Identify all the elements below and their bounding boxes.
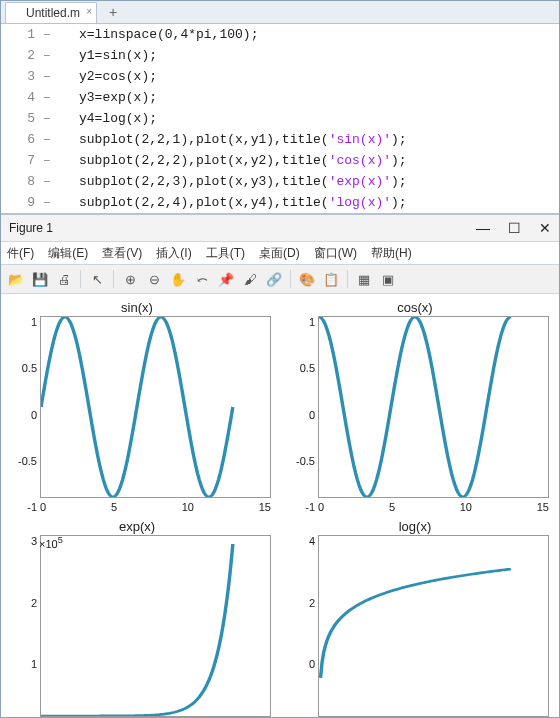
grid-icon[interactable]: ▣ <box>377 268 399 290</box>
code-text: x=linspace(0,4*pi,100); <box>79 24 258 45</box>
menu-item[interactable]: 窗口(W) <box>314 245 357 262</box>
maximize-button[interactable]: ☐ <box>508 220 521 236</box>
line-dash: – <box>37 129 57 150</box>
chart-title: exp(x) <box>3 519 271 535</box>
close-button[interactable]: ✕ <box>539 220 551 236</box>
menu-item[interactable]: 帮助(H) <box>371 245 412 262</box>
menu-item[interactable]: 查看(V) <box>102 245 142 262</box>
line-plot <box>319 317 548 497</box>
plot-area[interactable] <box>318 535 549 717</box>
legend-icon[interactable]: 📋 <box>320 268 342 290</box>
x-axis-ticks: 051015 <box>318 498 549 513</box>
line-dash: – <box>37 66 57 87</box>
code-text: y4=log(x); <box>79 108 157 129</box>
editor-tab-untitled[interactable]: Untitled.m × <box>5 2 97 23</box>
rotate-icon[interactable]: ⤺ <box>191 268 213 290</box>
code-text: subplot(2,2,1),plot(x,y1),title('sin(x)'… <box>79 129 407 150</box>
editor-tab-strip: Untitled.m × + <box>1 1 559 24</box>
y-axis-ticks: 10.50-0.5-1 <box>3 316 40 513</box>
close-icon[interactable]: × <box>86 6 92 17</box>
code-line[interactable]: 1–x=linspace(0,4*pi,100); <box>1 24 559 45</box>
print-icon[interactable]: 🖨 <box>53 268 75 290</box>
line-number: 2 <box>1 45 37 66</box>
zoom-out-icon[interactable]: ⊖ <box>143 268 165 290</box>
line-number: 5 <box>1 108 37 129</box>
code-editor[interactable]: 1–x=linspace(0,4*pi,100);2–y1=sin(x);3–y… <box>1 24 559 214</box>
menu-item[interactable]: 插入(I) <box>156 245 191 262</box>
menu-item[interactable]: 工具(T) <box>206 245 245 262</box>
figure-title: Figure 1 <box>9 221 53 235</box>
line-number: 1 <box>1 24 37 45</box>
code-line[interactable]: 7–subplot(2,2,2),plot(x,y2),title('cos(x… <box>1 150 559 171</box>
subplot-4: log(x)420-2051015 <box>281 519 549 718</box>
figure-titlebar: Figure 1 — ☐ ✕ <box>1 214 559 242</box>
code-text: subplot(2,2,3),plot(x,y3),title('exp(x)'… <box>79 171 407 192</box>
figure-menubar: 件(F)编辑(E)查看(V)插入(I)工具(T)桌面(D)窗口(W)帮助(H) <box>1 242 559 265</box>
code-text: subplot(2,2,4),plot(x,y4),title('log(x)'… <box>79 192 407 213</box>
line-number: 8 <box>1 171 37 192</box>
y-axis-ticks: 3210 <box>3 535 40 718</box>
line-number: 7 <box>1 150 37 171</box>
figure-canvas: sin(x)10.50-0.5-1051015cos(x)10.50-0.5-1… <box>1 294 559 718</box>
code-text: y1=sin(x); <box>79 45 157 66</box>
subplot-2: cos(x)10.50-0.5-1051015 <box>281 300 549 513</box>
line-number: 9 <box>1 192 37 213</box>
code-line[interactable]: 8–subplot(2,2,3),plot(x,y3),title('exp(x… <box>1 171 559 192</box>
window-buttons: — ☐ ✕ <box>476 220 551 236</box>
pan-icon[interactable]: ✋ <box>167 268 189 290</box>
line-number: 3 <box>1 66 37 87</box>
toolbar-separator <box>80 270 81 288</box>
toolbar-separator <box>347 270 348 288</box>
axis-exponent: ×105 <box>39 535 271 547</box>
subplot-1: sin(x)10.50-0.5-1051015 <box>3 300 271 513</box>
screenshot-root: { "editor": { "tab_label": "Untitled.m",… <box>0 0 560 718</box>
figure-toolbar: 📂💾🖨↖⊕⊖✋⤺📌🖌🔗🎨📋▦▣ <box>1 265 559 294</box>
line-dash: – <box>37 192 57 213</box>
menu-item[interactable]: 编辑(E) <box>48 245 88 262</box>
zoom-in-icon[interactable]: ⊕ <box>119 268 141 290</box>
code-line[interactable]: 2–y1=sin(x); <box>1 45 559 66</box>
line-number: 4 <box>1 87 37 108</box>
plot-area[interactable] <box>40 316 271 498</box>
add-tab-button[interactable]: + <box>103 4 123 23</box>
plot-area[interactable] <box>318 316 549 498</box>
y-axis-ticks: 10.50-0.5-1 <box>281 316 318 513</box>
code-text: y2=cos(x); <box>79 66 157 87</box>
toolbar-separator <box>113 270 114 288</box>
y-axis-ticks: 420-2 <box>281 535 318 718</box>
line-dash: – <box>37 24 57 45</box>
tab-label: Untitled.m <box>26 6 80 20</box>
pointer-icon[interactable]: ↖ <box>86 268 108 290</box>
chart-title: log(x) <box>281 519 549 535</box>
code-line[interactable]: 3–y2=cos(x); <box>1 66 559 87</box>
menu-item[interactable]: 件(F) <box>7 245 34 262</box>
minimize-button[interactable]: — <box>476 220 490 236</box>
code-text: subplot(2,2,2),plot(x,y2),title('cos(x)'… <box>79 150 407 171</box>
line-dash: – <box>37 150 57 171</box>
line-plot <box>41 536 270 716</box>
line-number: 6 <box>1 129 37 150</box>
line-plot <box>41 317 270 497</box>
code-line[interactable]: 4–y3=exp(x); <box>1 87 559 108</box>
line-plot <box>319 536 548 716</box>
toolbar-separator <box>290 270 291 288</box>
code-line[interactable]: 9–subplot(2,2,4),plot(x,y4),title('log(x… <box>1 192 559 213</box>
line-dash: – <box>37 87 57 108</box>
datatip-icon[interactable]: 📌 <box>215 268 237 290</box>
line-dash: – <box>37 45 57 66</box>
colorbar-icon[interactable]: 🎨 <box>296 268 318 290</box>
save-icon[interactable]: 💾 <box>29 268 51 290</box>
x-axis-ticks: 051015 <box>40 498 271 513</box>
menu-item[interactable]: 桌面(D) <box>259 245 300 262</box>
chart-title: sin(x) <box>3 300 271 316</box>
open-icon[interactable]: 📂 <box>5 268 27 290</box>
code-line[interactable]: 6–subplot(2,2,1),plot(x,y1),title('sin(x… <box>1 129 559 150</box>
link-icon[interactable]: 🔗 <box>263 268 285 290</box>
code-line[interactable]: 5–y4=log(x); <box>1 108 559 129</box>
plot-area[interactable] <box>40 535 271 717</box>
brush-icon[interactable]: 🖌 <box>239 268 261 290</box>
line-dash: – <box>37 171 57 192</box>
code-text: y3=exp(x); <box>79 87 157 108</box>
line-dash: – <box>37 108 57 129</box>
layout-icon[interactable]: ▦ <box>353 268 375 290</box>
